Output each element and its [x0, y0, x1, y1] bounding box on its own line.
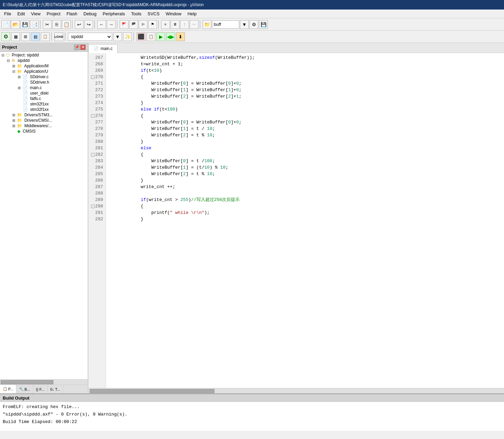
- code-line-267: WritetoSD(WriteBuffer,sizeof(WriteBuffer…: [109, 54, 501, 61]
- menu-svcs[interactable]: SVCS: [145, 11, 162, 17]
- project-close-button[interactable]: ✕: [80, 45, 86, 50]
- flag4-button[interactable]: ⚑: [148, 20, 157, 29]
- save-button[interactable]: 💾: [20, 20, 29, 29]
- grid1-button[interactable]: ▦: [11, 32, 20, 41]
- menu-flash[interactable]: Flash: [64, 11, 80, 17]
- build-icon-button[interactable]: ⚙: [1, 32, 10, 41]
- proj-tab-b[interactable]: 🔧 B...: [16, 385, 33, 393]
- flag2-button[interactable]: 🏴: [129, 20, 138, 29]
- code-line-270: {: [109, 74, 501, 80]
- fold-marker-270[interactable]: -: [91, 75, 94, 79]
- tree-sipddd[interactable]: ⊟ ⚙ sipddd: [0, 58, 88, 63]
- menu-tools[interactable]: Tools: [128, 11, 144, 17]
- new-file-button[interactable]: 📄: [1, 20, 10, 29]
- menu-project[interactable]: Project: [44, 11, 63, 17]
- stop-build-button[interactable]: ⬛: [137, 32, 145, 41]
- save-all-button[interactable]: 📑: [30, 20, 39, 29]
- project-tree: ⊟ ⬡ Project: sipddd ⊟ ⚙ sipddd ⊞ 📁 Appli…: [0, 52, 88, 379]
- target-input[interactable]: buff: [212, 20, 239, 29]
- tree-main-c[interactable]: ⊞ 📄 main.c: [0, 85, 88, 90]
- folder-icon-sipddd: ⚙: [12, 58, 15, 63]
- align3-button[interactable]: ⋮: [180, 20, 189, 29]
- tree-user-diski[interactable]: 📄 user_diski: [0, 90, 88, 96]
- proj-tab-p[interactable]: 📋 P...: [0, 385, 16, 393]
- proj-tab-t[interactable]: 0↓ T...: [48, 385, 63, 393]
- settings2-button[interactable]: ⚙: [249, 20, 258, 29]
- gear-button[interactable]: 📋: [41, 32, 50, 41]
- code-content[interactable]: WritetoSD(WriteBuffer,sizeof(WriteBuffer…: [106, 53, 504, 388]
- fold-marker-276[interactable]: -: [91, 114, 94, 118]
- fold-marker-290[interactable]: -: [91, 205, 94, 208]
- proj-tab-b-icon: 🔧: [19, 387, 24, 391]
- editor-panel: 📄 main.c 267 268 269 -270 271 272 273 27…: [88, 43, 504, 393]
- tree-appM[interactable]: ⊞ 📁 Application/M: [0, 63, 88, 69]
- separator9: [134, 32, 135, 41]
- cut-button[interactable]: ✂: [43, 20, 52, 29]
- open-button[interactable]: 📂: [11, 20, 20, 29]
- flag3-button[interactable]: 🏳: [139, 20, 147, 29]
- project-scrollbar-thumb[interactable]: [1, 380, 53, 384]
- code-hscroll-thumb[interactable]: [90, 389, 214, 393]
- code-hscrollbar[interactable]: [88, 388, 504, 393]
- proj-tab-f[interactable]: {} F...: [33, 385, 48, 393]
- project-select[interactable]: sipddd: [68, 33, 112, 41]
- tree-root[interactable]: ⊟ ⬡ Project: sipddd: [0, 52, 88, 58]
- menu-file[interactable]: File: [1, 11, 14, 17]
- back-button[interactable]: ←: [97, 20, 106, 29]
- tree-stm32f1-2[interactable]: 📄 stm32f1xx: [0, 107, 88, 112]
- save3-button[interactable]: 💾: [259, 20, 268, 29]
- build-output-header: Build Output: [0, 393, 504, 402]
- tree-label-stm32f1-1: stm32f1xx: [30, 102, 49, 106]
- magic-button[interactable]: ✨: [123, 32, 132, 41]
- project-pin-button[interactable]: 📌: [74, 45, 80, 50]
- download2-button[interactable]: ⬇: [176, 32, 185, 41]
- tree-drivers-cmsi[interactable]: ⊞ 📁 Drivers/CMSI...: [0, 118, 88, 123]
- code-line-281: else: [109, 145, 501, 151]
- tree-sddriver-c[interactable]: ⊞ 📄 SDdriver.c: [0, 74, 88, 80]
- folder2-button[interactable]: 📁: [203, 20, 211, 29]
- tree-appU[interactable]: ⊟ 📁 Application/U: [0, 69, 88, 74]
- tree-fatfs-c[interactable]: 📄 fatfs.c: [0, 96, 88, 101]
- align2-button[interactable]: ≣: [171, 20, 179, 29]
- menu-help[interactable]: Help: [185, 11, 199, 17]
- expand-icon-drivers-cmsi: ⊞: [12, 118, 15, 122]
- fold-marker-282[interactable]: -: [91, 153, 94, 156]
- layers-button[interactable]: ⊞: [21, 32, 30, 41]
- linenum-285: 285: [91, 171, 103, 177]
- dropdown-button[interactable]: ▼: [240, 20, 249, 29]
- align1-button[interactable]: ≡: [161, 20, 170, 29]
- menu-debug[interactable]: Debug: [81, 11, 99, 17]
- copy-button[interactable]: ⎘: [52, 20, 61, 29]
- forward-button[interactable]: →: [107, 20, 116, 29]
- menu-peripherals[interactable]: Peripherals: [100, 11, 128, 17]
- expand-icon-sddriver-c: ⊞: [18, 75, 21, 79]
- separator1: [40, 20, 41, 29]
- linenum-277: 277: [91, 119, 103, 125]
- tree-cmsis[interactable]: ◆ CMSIS: [0, 129, 88, 134]
- menu-view[interactable]: View: [28, 11, 43, 17]
- toolbar2: ⚙ ▦ ⊞ ▤ 📋 LOAD sipddd ▼ ✨ ⬛ 📋 ▶ ◀▶ ⬇: [0, 31, 504, 43]
- project-header-icons: 📌 ✕: [74, 45, 86, 50]
- align4-button[interactable]: ⋯: [190, 20, 198, 29]
- load-button[interactable]: LOAD: [54, 32, 63, 41]
- flag1-button[interactable]: 🚩: [120, 20, 128, 29]
- layers2-button[interactable]: ▤: [31, 32, 40, 41]
- proj-tab-p-icon: 📋: [3, 387, 7, 391]
- run-button[interactable]: ▶: [156, 32, 165, 41]
- tree-middlewares[interactable]: ⊞ 📁 Middlewares/...: [0, 123, 88, 129]
- paste-button[interactable]: 📋: [62, 20, 71, 29]
- run2-button[interactable]: ◀▶: [166, 32, 175, 41]
- tree-stm32f1-1[interactable]: 📄 stm32f1xx: [0, 101, 88, 107]
- editor-tab-main-c[interactable]: 📄 main.c: [88, 44, 118, 53]
- tree-sddriver-h[interactable]: 📄 SDdriver.h: [0, 80, 88, 85]
- menu-edit[interactable]: Edit: [15, 11, 28, 17]
- project-hscrollbar[interactable]: [0, 379, 88, 385]
- copy2-button[interactable]: 📋: [146, 32, 155, 41]
- tree-drivers-stm3[interactable]: ⊞ 📁 Drivers/STM3...: [0, 112, 88, 118]
- linenum-287: 287: [91, 184, 103, 190]
- redo-button[interactable]: ↪: [84, 20, 93, 29]
- menu-window[interactable]: Window: [163, 11, 184, 17]
- expand-icon-appU: ⊟: [12, 69, 15, 73]
- undo-button[interactable]: ↩: [75, 20, 84, 29]
- project-dropdown-button[interactable]: ▼: [113, 32, 122, 41]
